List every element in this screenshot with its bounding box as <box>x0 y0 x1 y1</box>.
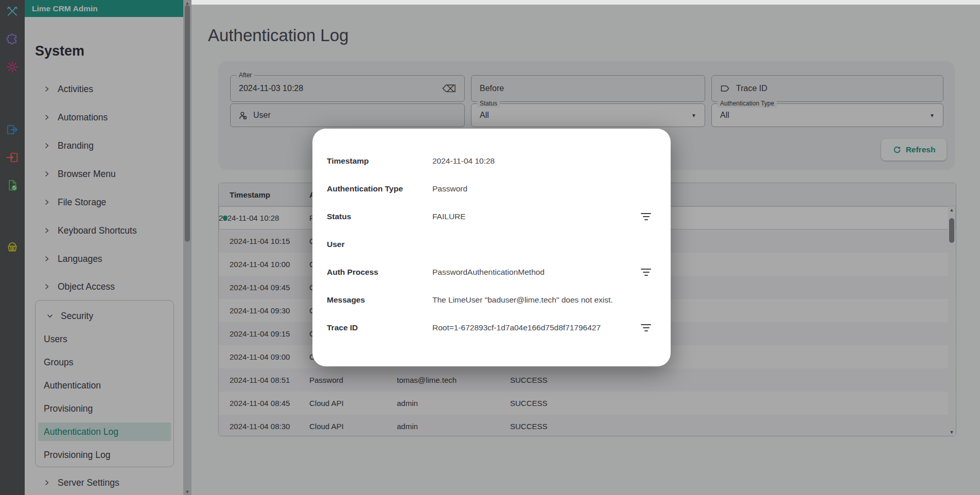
detail-row-trace-id: Trace ID Root=1-672893cf-1d7a04e166d75d8… <box>327 314 655 342</box>
detail-label: User <box>327 240 432 249</box>
top-strip <box>191 0 980 5</box>
detail-value: PasswordAuthenticationMethod <box>432 268 545 277</box>
detail-label: Auth Process <box>327 268 432 277</box>
detail-row-user: User <box>327 231 655 258</box>
detail-row-auth-process: Auth Process PasswordAuthenticationMetho… <box>327 258 655 286</box>
detail-label: Timestamp <box>327 156 432 166</box>
detail-row-authentication-type: Authentication Type Password <box>327 175 655 203</box>
detail-value: The LimeUser "baduser@lime.tech" does no… <box>432 295 613 305</box>
log-entry-detail-dialog: Timestamp 2024-11-04 10:28 Authenticatio… <box>312 129 671 366</box>
lime-crm-admin-screen: Lime CRM Admin System Activities Automat… <box>0 0 980 495</box>
detail-label: Trace ID <box>327 323 432 332</box>
detail-value: Password <box>432 184 467 193</box>
detail-value: Root=1-672893cf-1d7a04e166d75d8f71796427 <box>432 323 601 332</box>
filter-by-trace-id-icon[interactable] <box>641 324 651 331</box>
detail-row-messages: Messages The LimeUser "baduser@lime.tech… <box>327 286 655 314</box>
detail-row-timestamp: Timestamp 2024-11-04 10:28 <box>327 147 655 175</box>
detail-row-status: Status FAILURE <box>327 203 655 231</box>
detail-value: 2024-11-04 10:28 <box>432 156 495 166</box>
detail-label: Messages <box>327 295 432 305</box>
filter-by-auth-process-icon[interactable] <box>641 269 651 276</box>
detail-value: FAILURE <box>432 212 466 221</box>
filter-by-status-icon[interactable] <box>641 213 651 220</box>
detail-label: Authentication Type <box>327 184 432 193</box>
detail-label: Status <box>327 212 432 221</box>
